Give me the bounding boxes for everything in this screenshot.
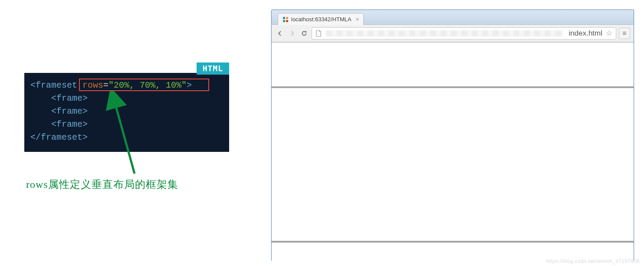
watermark: https://blog.csdn.net/weixin_47197906	[546, 258, 640, 264]
svg-rect-4	[286, 17, 288, 19]
tab-title: localhost:63342/HTMLA	[291, 16, 352, 23]
code-line-1: <frameset rows="20%, 70%, 10%">	[30, 79, 229, 92]
menu-button[interactable]: ≡	[619, 28, 630, 39]
annotation-text: rows属性定义垂直布局的框架集	[26, 177, 178, 191]
tab-close-icon[interactable]: ×	[356, 16, 359, 23]
language-badge: HTML	[197, 62, 229, 75]
url-visible: index.html	[569, 29, 602, 38]
tab-strip: localhost:63342/HTMLA ×	[272, 10, 634, 25]
code-line-4: <frame>	[30, 118, 229, 131]
favicon-icon	[283, 16, 289, 23]
page-icon	[315, 30, 322, 37]
code-snippet: HTML <frameset rows="20%, 70%, 10%"> <fr…	[24, 73, 229, 152]
svg-rect-6	[286, 20, 288, 22]
frame-row	[272, 88, 634, 241]
address-bar[interactable]: index.html ☆	[312, 27, 616, 39]
forward-button[interactable]	[287, 29, 297, 38]
browser-window: localhost:63342/HTMLA × index.html ☆ ≡	[271, 10, 634, 261]
reload-button[interactable]	[299, 29, 309, 38]
frame-row	[272, 43, 634, 86]
back-button[interactable]	[275, 29, 285, 38]
code-line-3: <frame>	[30, 105, 229, 118]
code-line-2: <frame>	[30, 92, 229, 105]
browser-toolbar: index.html ☆ ≡	[272, 25, 634, 42]
page-viewport	[272, 42, 634, 261]
browser-tab[interactable]: localhost:63342/HTMLA ×	[278, 13, 364, 25]
bookmark-star-icon[interactable]: ☆	[606, 29, 612, 38]
url-obscured	[326, 30, 563, 36]
svg-rect-3	[283, 17, 285, 19]
svg-rect-5	[283, 20, 285, 22]
code-line-5: </frameset>	[30, 131, 229, 144]
